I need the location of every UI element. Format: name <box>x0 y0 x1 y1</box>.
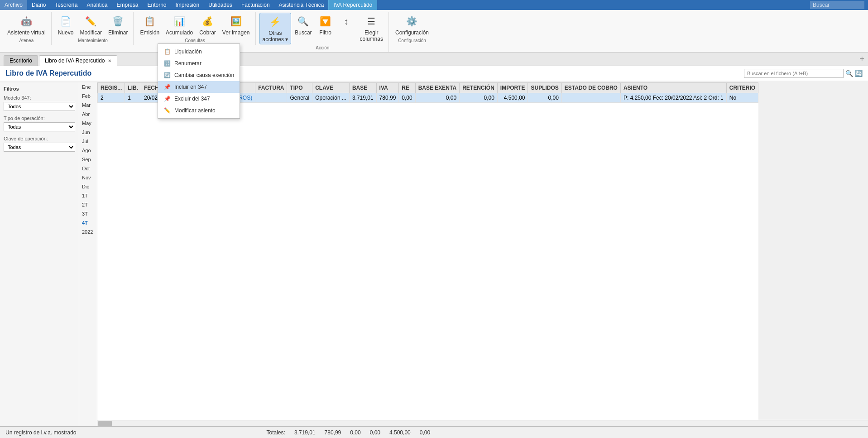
ribbon-group-label-atenea: Atenea <box>19 37 34 43</box>
col-regis[interactable]: REGIS... <box>98 83 125 93</box>
horizontal-scrollbar[interactable] <box>97 420 868 426</box>
otras-acciones-icon: ⚡ <box>268 14 283 29</box>
top-search-input[interactable] <box>810 1 864 9</box>
page-search-input[interactable] <box>744 69 844 78</box>
filtro-icon: 🔽 <box>318 14 333 29</box>
dropdown-incluir-347[interactable]: 📌 Incluir en 347 <box>158 81 240 93</box>
add-tab-button[interactable]: + <box>859 54 864 66</box>
btn-eliminar[interactable]: 🗑️ Eliminar <box>106 13 130 37</box>
btn-emision[interactable]: 📋 Emisión <box>137 13 162 37</box>
btn-configuracion[interactable]: ⚙️ Configuración <box>393 13 432 37</box>
acumulado-icon: 📊 <box>172 14 187 29</box>
menu-iva[interactable]: IVA Repercutido <box>328 0 377 10</box>
ribbon-group-consultas: 📋 Emisión 📊 Acumulado 💰 Cobrar 🖼️ Ver im… <box>134 12 255 45</box>
status-bar: Un registro de i.v.a. mostrado Totales: … <box>0 426 868 438</box>
col-re[interactable]: RE <box>399 83 415 93</box>
menu-entorno[interactable]: Entorno <box>143 0 171 10</box>
month-feb[interactable]: Feb <box>79 91 97 101</box>
incluir-icon: 📌 <box>163 83 171 91</box>
btn-filtro[interactable]: 🔽 Filtro <box>316 13 336 37</box>
dropdown-excluir-347[interactable]: 📌 Excluir del 347 <box>158 93 240 105</box>
status-base: 3.719,01 <box>294 429 316 436</box>
menu-empresa[interactable]: Empresa <box>112 0 143 10</box>
btn-modificar[interactable]: ✏️ Modificar <box>77 13 105 37</box>
filter-tipo: Tipo de operación: Todas <box>4 116 75 131</box>
scrollbar-thumb[interactable] <box>98 421 112 426</box>
btn-nuevo[interactable]: 📄 Nuevo <box>55 13 77 37</box>
month-3t[interactable]: 3T <box>79 209 97 218</box>
month-abr[interactable]: Abr <box>79 110 97 119</box>
month-2022[interactable]: 2022 <box>79 227 97 236</box>
btn-cobrar[interactable]: 💰 Cobrar <box>197 13 219 37</box>
page-title: Libro de IVA Repercutido <box>5 69 91 77</box>
menu-impresion[interactable]: Impresión <box>171 0 204 10</box>
btn-acumulado[interactable]: 📊 Acumulado <box>163 13 196 37</box>
menu-asistencia[interactable]: Asistencia Técnica <box>274 0 329 10</box>
month-dic[interactable]: Dic <box>79 182 97 191</box>
month-4t[interactable]: 4T <box>79 218 97 227</box>
dropdown-menu: 📋 Liquidación 🔢 Renumerar 🔄 Cambiar caus… <box>158 43 240 119</box>
filter-clave-select[interactable]: Todas <box>4 143 75 152</box>
cell-criterio: No <box>726 93 758 103</box>
month-nov[interactable]: Nov <box>79 173 97 182</box>
cell-suplidos: 0,00 <box>528 93 561 103</box>
ribbon-group-label-accion: Acción <box>316 44 329 50</box>
btn-sort[interactable]: ↕️ <box>336 13 356 30</box>
tab-iva-repercutido[interactable]: Libro de IVA Repercutido ✕ <box>39 55 117 66</box>
col-criterio[interactable]: CRITERIO <box>726 83 758 93</box>
page-refresh-icon[interactable]: 🔄 <box>855 70 863 77</box>
menu-utilidades[interactable]: Utilidades <box>204 0 237 10</box>
filter-tipo-label: Tipo de operación: <box>4 116 75 121</box>
month-oct[interactable]: Oct <box>79 164 97 173</box>
filter-modelo-select[interactable]: Todos <box>4 102 75 111</box>
month-mar[interactable]: Mar <box>79 101 97 110</box>
col-estado-cobro[interactable]: ESTADO DE COBRO <box>561 83 620 93</box>
month-ago[interactable]: Ago <box>79 146 97 155</box>
menu-analitica[interactable]: Analítica <box>82 0 112 10</box>
renumerar-icon: 🔢 <box>163 60 171 67</box>
col-suplidos[interactable]: SUPLIDOS <box>528 83 561 93</box>
mod-asiento-icon: ✏️ <box>163 107 171 114</box>
tab-close-icon[interactable]: ✕ <box>108 58 111 63</box>
btn-buscar[interactable]: 🔍 Buscar <box>292 13 314 37</box>
col-iva[interactable]: IVA <box>376 83 399 93</box>
col-asiento[interactable]: ASIENTO <box>620 83 726 93</box>
filter-tipo-select[interactable]: Todas <box>4 122 75 131</box>
col-clave[interactable]: CLAVE <box>312 83 350 93</box>
month-may[interactable]: May <box>79 119 97 128</box>
col-lib[interactable]: LIB. <box>125 83 141 93</box>
dropdown-liquidacion[interactable]: 📋 Liquidación <box>158 46 240 58</box>
menu-facturacion[interactable]: Facturación <box>237 0 274 10</box>
cell-iva: 780,99 <box>376 93 399 103</box>
btn-elegir-columnas[interactable]: ☰ Elegircolumnas <box>357 13 386 43</box>
month-2t[interactable]: 2T <box>79 200 97 209</box>
tab-escritorio[interactable]: Escritorio <box>4 55 38 66</box>
col-importe[interactable]: IMPORTE <box>497 83 528 93</box>
ribbon-group-accion: ⚡ Otrasacciones ▾ 🔍 Buscar 🔽 Filtro ↕️ ☰… <box>257 12 389 52</box>
month-sep[interactable]: Sep <box>79 155 97 164</box>
dropdown-renumerar[interactable]: 🔢 Renumerar <box>158 58 240 69</box>
col-tipo[interactable]: TIPO <box>287 83 312 93</box>
btn-ver-imagen[interactable]: 🖼️ Ver imagen <box>220 13 253 37</box>
month-1t[interactable]: 1T <box>79 191 97 200</box>
dropdown-cambiar-exencion[interactable]: 🔄 Cambiar causa exención <box>158 69 240 81</box>
btn-otras-acciones[interactable]: ⚡ Otrasacciones ▾ <box>259 13 292 44</box>
menu-bar: Archivo Diario Tesorería Analítica Empre… <box>0 0 868 10</box>
ribbon-group-label-consultas: Consultas <box>185 37 205 43</box>
eliminar-icon: 🗑️ <box>111 14 125 29</box>
month-jun[interactable]: Jun <box>79 128 97 137</box>
col-retencion[interactable]: RETENCIÓN <box>460 83 498 93</box>
page-search-icon[interactable]: 🔍 <box>845 70 853 77</box>
col-base-exenta[interactable]: BASE EXENTA <box>415 83 459 93</box>
page-title-bar: Libro de IVA Repercutido 🔍 🔄 <box>0 66 868 81</box>
btn-asistente-virtual[interactable]: 🤖 Asistente virtual <box>5 13 48 37</box>
month-ene[interactable]: Ene <box>79 82 97 91</box>
dropdown-modificar-asiento[interactable]: ✏️ Modificar asiento <box>158 105 240 116</box>
menu-diario[interactable]: Diario <box>27 0 50 10</box>
col-factura[interactable]: FACTURA <box>255 83 287 93</box>
col-base[interactable]: BASE <box>349 83 376 93</box>
menu-tesoreria[interactable]: Tesorería <box>50 0 82 10</box>
menu-archivo[interactable]: Archivo <box>0 0 27 10</box>
month-jul[interactable]: Jul <box>79 137 97 146</box>
ribbon-group-atenea: 🤖 Asistente virtual Atenea <box>2 12 52 45</box>
